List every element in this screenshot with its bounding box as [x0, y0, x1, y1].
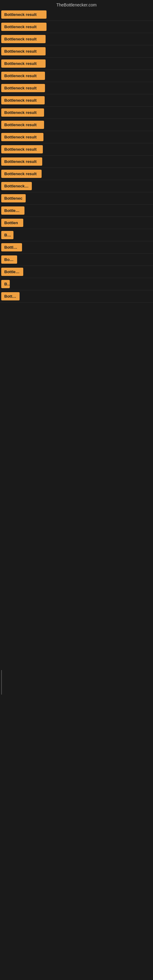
bottleneck-badge: Bottleneck result [1, 23, 46, 31]
bottleneck-badge: Bottleneck re [1, 182, 32, 190]
bottom-section [0, 578, 153, 701]
bottleneck-badge: Bottleneck result [1, 84, 45, 92]
list-item[interactable]: Bottleneck result [0, 9, 153, 21]
list-item[interactable]: Bottleneck result [0, 45, 153, 57]
bottleneck-badge: Bottler [1, 292, 19, 301]
bottleneck-badge: Bottle [1, 255, 17, 264]
bottleneck-badge: Bott [1, 231, 13, 239]
spacer [0, 302, 153, 578]
list-item[interactable]: Bottleneck r [0, 205, 153, 217]
list-item[interactable]: Bottleneck result [0, 107, 153, 119]
list-item[interactable]: Bottleneck result [0, 21, 153, 33]
list-item[interactable]: Bottler [0, 290, 153, 302]
bottleneck-badge: Bottlenec [1, 268, 23, 276]
list-item[interactable]: Bottleneck result [0, 82, 153, 94]
bottleneck-list: Bottleneck resultBottleneck resultBottle… [0, 9, 153, 302]
list-item[interactable]: Bottleneck result [0, 33, 153, 45]
list-item[interactable]: Bottleneck result [0, 70, 153, 82]
bottleneck-badge: Bottleneck result [1, 47, 46, 56]
list-item[interactable]: Bottleneck result [0, 131, 153, 143]
list-item[interactable]: Bottlenec [0, 192, 153, 205]
bottleneck-badge: Bottleneck result [1, 145, 43, 153]
bottom-line [1, 670, 2, 695]
list-item[interactable]: Bo [0, 278, 153, 290]
bottleneck-badge: Bottleneck result [1, 96, 45, 105]
list-item[interactable]: Bottlenec [0, 266, 153, 278]
bottleneck-badge: Bottlenec [1, 194, 26, 202]
bottleneck-badge: Bottleneck result [1, 35, 46, 43]
list-item[interactable]: Bottleneck re [0, 180, 153, 192]
list-item[interactable]: Bottleneck result [0, 57, 153, 70]
list-item[interactable]: Bottleneck result [0, 156, 153, 168]
list-item[interactable]: Bottlen [0, 217, 153, 229]
bottleneck-badge: Bottleneck r [1, 207, 24, 215]
bottleneck-badge: Bottleneck result [1, 133, 43, 141]
site-title: TheBottlenecker.com [56, 2, 97, 7]
bottleneck-badge: Bottleneck result [1, 108, 44, 117]
bottleneck-badge: Bottlene [1, 243, 22, 251]
bottleneck-badge: Bottlen [1, 219, 23, 227]
bottleneck-badge: Bo [1, 280, 10, 288]
list-item[interactable]: Bottlene [0, 241, 153, 254]
bottleneck-badge: Bottleneck result [1, 10, 46, 19]
list-item[interactable]: Bott [0, 229, 153, 241]
bottleneck-badge: Bottleneck result [1, 158, 42, 166]
list-item[interactable]: Bottleneck result [0, 168, 153, 180]
site-header: TheBottlenecker.com [0, 0, 153, 9]
bottleneck-badge: Bottleneck result [1, 72, 45, 80]
bottleneck-badge: Bottleneck result [1, 170, 41, 178]
list-item[interactable]: Bottleneck result [0, 94, 153, 107]
list-item[interactable]: Bottleneck result [0, 119, 153, 131]
list-item[interactable]: Bottle [0, 254, 153, 266]
bottleneck-badge: Bottleneck result [1, 121, 44, 129]
list-item[interactable]: Bottleneck result [0, 143, 153, 156]
bottleneck-badge: Bottleneck result [1, 59, 46, 68]
